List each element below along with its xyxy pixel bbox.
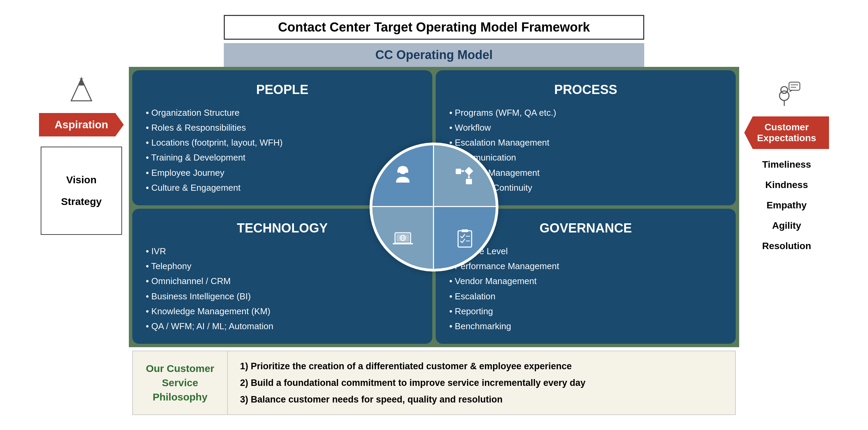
aspiration-panel: Aspiration Vision Strategy <box>34 67 129 415</box>
list-item: Communication <box>449 150 722 165</box>
svg-line-27 <box>462 239 465 243</box>
list-item: Reporting <box>449 304 722 319</box>
center-circle <box>370 143 498 272</box>
philosophy-item-3: 3) Balance customer needs for speed, qua… <box>240 394 586 405</box>
aspiration-box: Vision Strategy <box>41 147 122 235</box>
list-item: Roles & Responsibilities <box>146 120 419 135</box>
expectation-empathy: Empathy <box>767 200 807 211</box>
svg-rect-6 <box>397 169 399 173</box>
list-item: Telephony <box>146 259 419 274</box>
vision-text: Vision <box>66 174 96 186</box>
list-item: Performance Management <box>449 259 722 274</box>
list-item: Service Level <box>449 244 722 259</box>
list-item: Business Intelligence (BI) <box>146 289 419 304</box>
svg-rect-20 <box>393 243 413 244</box>
expectation-agility: Agility <box>772 220 801 231</box>
philosophy-box: Our Customer Service Philosophy 1) Prior… <box>132 351 736 415</box>
center-content: PEOPLE Organization Structure Roles & Re… <box>129 67 739 415</box>
expectation-resolution: Resolution <box>762 241 811 251</box>
list-item: Training & Development <box>146 150 419 165</box>
main-title: Contact Center Target Operating Model Fr… <box>224 15 644 40</box>
list-item: Workflow <box>449 120 722 135</box>
technology-list: IVR Telephony Omnichannel / CRM Business… <box>146 244 419 334</box>
governance-list: Service Level Performance Management Ven… <box>449 244 722 334</box>
list-item: QA / WFM; AI / ML; Automation <box>146 319 419 334</box>
list-item: Benchmarking <box>449 319 722 334</box>
philosophy-label: Our Customer Service Philosophy <box>133 351 228 414</box>
expectation-kindness: Kindness <box>765 180 808 190</box>
people-title: PEOPLE <box>146 82 419 97</box>
svg-rect-8 <box>465 167 473 175</box>
list-item: Vendor Management <box>449 274 722 288</box>
strategy-text: Strategy <box>61 196 102 207</box>
cc-header: CC Operating Model <box>224 43 644 67</box>
list-item: Programs (WFM, QA etc.) <box>449 105 722 120</box>
quadrant-grid: PEOPLE Organization Structure Roles & Re… <box>129 67 739 347</box>
aspiration-label: Aspiration <box>39 113 124 136</box>
mountain-icon <box>68 77 95 110</box>
svg-line-24 <box>462 234 465 238</box>
svg-point-29 <box>780 91 789 100</box>
philosophy-items: 1) Prioritize the creation of a differen… <box>228 351 598 414</box>
svg-marker-13 <box>462 170 465 172</box>
expectation-timeliness: Timeliness <box>762 159 811 170</box>
list-item: Omnichannel / CRM <box>146 274 419 288</box>
svg-rect-31 <box>789 82 800 90</box>
list-item: Organization Structure <box>146 105 419 120</box>
svg-marker-34 <box>789 90 793 92</box>
expectations-list: Timeliness Kindness Empathy Agility Reso… <box>762 159 811 251</box>
philosophy-item-1: 1) Prioritize the creation of a differen… <box>240 361 586 372</box>
svg-rect-22 <box>461 229 468 232</box>
page-wrapper: Contact Center Target Operating Model Fr… <box>27 5 841 425</box>
svg-marker-10 <box>468 177 470 179</box>
process-title: PROCESS <box>449 82 722 97</box>
list-item: Escalation <box>449 289 722 304</box>
list-item: Knowledge Management (KM) <box>146 304 419 319</box>
customer-expectations-label: Customer Expectations <box>744 116 829 149</box>
philosophy-item-2: 2) Build a foundational commitment to im… <box>240 378 586 388</box>
list-item: IVR <box>146 244 419 259</box>
svg-point-35 <box>781 87 788 93</box>
svg-rect-11 <box>466 179 472 184</box>
svg-rect-7 <box>406 169 408 173</box>
expectations-panel: Customer Expectations Timeliness Kindnes… <box>739 67 834 415</box>
list-item: Locations (footprint, layout, WFH) <box>146 135 419 150</box>
person-speech-icon <box>771 77 802 113</box>
list-item: Escalation Management <box>449 135 722 150</box>
svg-rect-14 <box>456 169 461 174</box>
main-row: Aspiration Vision Strategy PEOPLE Organi… <box>34 67 834 415</box>
